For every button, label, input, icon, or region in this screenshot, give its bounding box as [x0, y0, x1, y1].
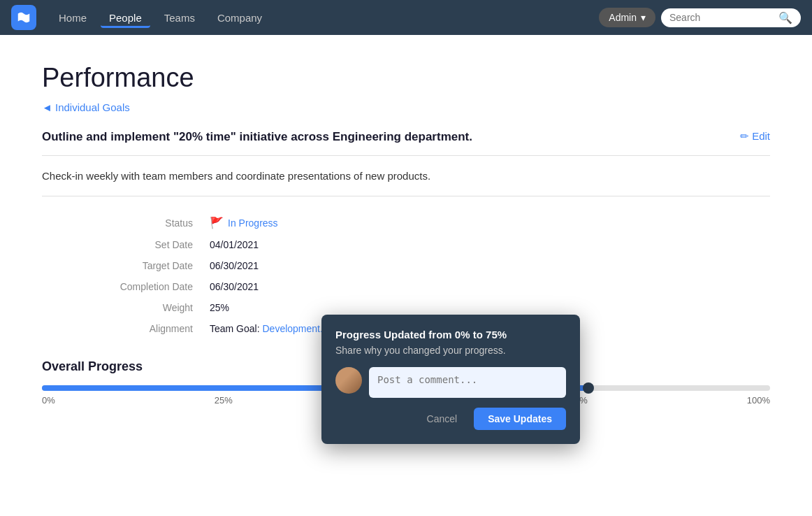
alignment-label: Alignment [98, 323, 210, 334]
app-logo [11, 5, 36, 30]
popup-subtitle: Share why you changed your progress. [335, 345, 566, 356]
weight-value: 25% [210, 302, 517, 313]
popup-title: Progress Updated from 0% to 75% [335, 329, 566, 341]
nav-home[interactable]: Home [50, 8, 95, 28]
search-input[interactable] [669, 12, 774, 23]
set-date-label: Set Date [98, 239, 210, 250]
user-avatar [335, 367, 362, 394]
search-icon: 🔍 [778, 11, 792, 24]
goal-title-row: Outline and implement "20% time" initiat… [42, 130, 770, 156]
progress-thumb[interactable] [583, 382, 594, 394]
main-content: Performance ◄ Individual Goals Outline a… [0, 35, 812, 516]
popup-input-row [335, 367, 566, 398]
back-to-individual-goals[interactable]: ◄ Individual Goals [42, 101, 770, 113]
save-updates-button[interactable]: Save Updates [474, 408, 566, 430]
progress-update-popup: Progress Updated from 0% to 75% Share wh… [321, 315, 580, 444]
nav-teams[interactable]: Teams [156, 8, 203, 28]
target-date-value: 06/30/2021 [210, 260, 517, 271]
goal-description: Check-in weekly with team members and co… [42, 170, 770, 196]
chevron-down-icon: ▾ [641, 12, 646, 23]
navbar: Home People Teams Company Admin ▾ 🔍 [0, 0, 812, 35]
progress-label-0: 0% [42, 395, 55, 406]
weight-label: Weight [98, 302, 210, 313]
nav-people[interactable]: People [101, 8, 150, 28]
goal-title: Outline and implement "20% time" initiat… [42, 130, 472, 144]
completion-date-value: 06/30/2021 [210, 281, 517, 292]
edit-link[interactable]: ✏ Edit [740, 130, 770, 143]
alignment-link[interactable]: Development... [262, 323, 328, 334]
flag-icon: 🚩 [210, 216, 224, 229]
set-date-value: 04/01/2021 [210, 239, 517, 250]
target-date-label: Target Date [98, 260, 210, 271]
status-value: 🚩 In Progress [210, 216, 517, 229]
progress-label-25: 25% [215, 395, 233, 406]
admin-button[interactable]: Admin ▾ [599, 8, 655, 27]
popup-actions: Cancel Save Updates [335, 408, 566, 430]
status-badge: 🚩 In Progress [210, 216, 517, 229]
avatar-image [335, 367, 362, 394]
completion-date-label: Completion Date [98, 281, 210, 292]
nav-company[interactable]: Company [209, 8, 270, 28]
page-title: Performance [42, 63, 770, 93]
cancel-button[interactable]: Cancel [419, 409, 466, 429]
progress-label-100: 100% [747, 395, 770, 406]
alignment-prefix: Team Goal: [210, 323, 262, 334]
admin-label: Admin [609, 12, 637, 23]
status-text: In Progress [228, 217, 278, 229]
comment-input[interactable] [369, 367, 566, 398]
status-label: Status [98, 217, 210, 229]
search-bar: 🔍 [661, 8, 801, 27]
